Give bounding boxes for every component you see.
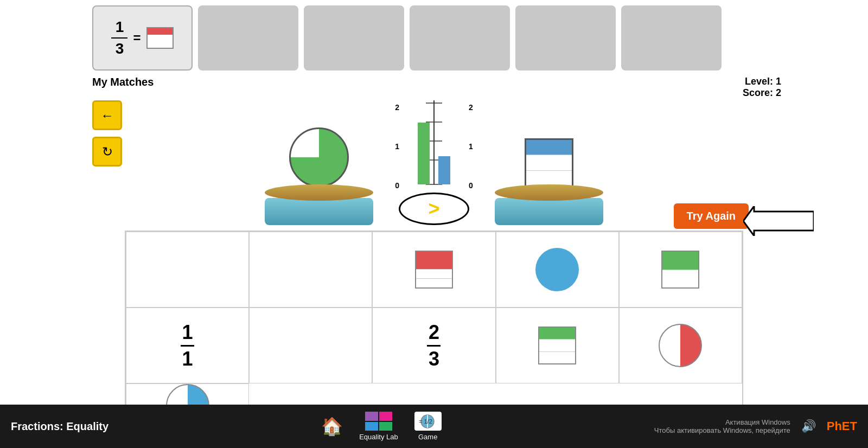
left-axis-1: 1 bbox=[395, 142, 399, 151]
game-nav[interactable]: = 1/2 Game bbox=[414, 412, 442, 441]
windows-notice: Активация Windows Чтобы активировать Win… bbox=[654, 418, 790, 434]
eq-cell-pink bbox=[379, 412, 392, 421]
table-cell-green-rect-thirds[interactable] bbox=[496, 308, 619, 383]
left-axis: 2 1 0 bbox=[395, 103, 401, 190]
white-part bbox=[416, 269, 452, 278]
green-fraction-rect bbox=[661, 251, 699, 289]
fraction-line bbox=[111, 37, 127, 39]
eq-cell-green bbox=[379, 422, 392, 431]
volume-icon[interactable]: 🔊 bbox=[801, 419, 816, 433]
right-axis-1: 1 bbox=[469, 142, 473, 151]
match-card-6[interactable] bbox=[621, 5, 722, 71]
home-button[interactable]: 🏠 bbox=[321, 416, 343, 437]
fraction-1-3: 1 3 bbox=[111, 18, 127, 57]
left-fraction-item[interactable] bbox=[289, 127, 349, 187]
fraction-2-3-display: 2 3 bbox=[427, 321, 441, 370]
right-fraction-item[interactable] bbox=[525, 138, 573, 187]
fraction-icon-red bbox=[146, 27, 174, 49]
frac-2-3-num: 2 bbox=[429, 321, 439, 344]
fraction-1-1-display: 1 1 bbox=[181, 321, 194, 370]
fraction-top-red bbox=[148, 28, 173, 35]
svg-marker-8 bbox=[743, 206, 814, 236]
left-scale-base bbox=[265, 198, 373, 225]
table-cell-red-circle-half[interactable] bbox=[619, 308, 742, 383]
table-cell-blue-circle[interactable] bbox=[496, 232, 619, 308]
red-part bbox=[416, 252, 452, 269]
table-cell-frac-2-3[interactable]: 2 3 bbox=[372, 308, 495, 383]
table-cell-frac-1-1[interactable]: 1 1 bbox=[126, 308, 249, 383]
eq-lab-label: Equality Lab bbox=[359, 433, 398, 441]
try-again-button[interactable]: Try Again bbox=[674, 203, 749, 229]
green-thirds-rect bbox=[538, 327, 576, 364]
phet-text: PhET bbox=[827, 419, 857, 433]
app-title: Fractions: Equality bbox=[11, 420, 108, 433]
eq-cell-blue bbox=[365, 422, 378, 431]
comparison-oval: > bbox=[399, 193, 469, 225]
svg-rect-7 bbox=[438, 156, 450, 184]
white-part2 bbox=[416, 278, 452, 287]
match-card-2[interactable] bbox=[198, 5, 298, 71]
bar-chart-svg bbox=[401, 100, 467, 190]
bottom-center-nav: 🏠 Equality Lab = 1/2 Game bbox=[321, 412, 442, 441]
eq-lab-icon bbox=[365, 412, 392, 431]
frac-2-3-den: 3 bbox=[429, 348, 439, 370]
right-axis: 2 1 0 bbox=[467, 103, 473, 190]
top-cards-row: 1 3 = bbox=[0, 0, 868, 73]
bar-chart-container: 2 1 0 2 1 bbox=[395, 100, 473, 190]
white-part-green bbox=[662, 270, 698, 288]
red-fraction-rect bbox=[415, 251, 453, 289]
bottom-bar: Fractions: Equality 🏠 Equality Lab = 1/2… bbox=[0, 405, 868, 448]
red-half-circle bbox=[659, 324, 702, 367]
fraction-bottom-white bbox=[148, 35, 173, 48]
match-card-1[interactable]: 1 3 = bbox=[92, 5, 193, 71]
frac-1-1-den: 1 bbox=[182, 348, 193, 370]
left-scale-tray bbox=[265, 184, 373, 201]
frac-1-1-num: 1 bbox=[182, 321, 193, 344]
white-third-bot bbox=[539, 351, 575, 363]
game-icon: = 1/2 bbox=[414, 412, 442, 431]
rect-white-bot bbox=[526, 170, 572, 185]
greater-than-symbol: > bbox=[428, 197, 439, 220]
pie-chart-3-4 bbox=[289, 127, 349, 187]
try-again-arrow bbox=[743, 206, 814, 241]
svg-rect-6 bbox=[418, 123, 430, 184]
frac-2-3-line bbox=[427, 345, 441, 347]
rect-fraction-1-3 bbox=[525, 138, 573, 187]
right-scale bbox=[495, 138, 603, 225]
equality-lab-nav[interactable]: Equality Lab bbox=[359, 412, 398, 441]
table-cell-r2c1 bbox=[249, 308, 372, 383]
fraction-table: 1 1 2 3 bbox=[125, 231, 743, 429]
equals-sign: = bbox=[133, 30, 141, 46]
table-cell-r1c2 bbox=[249, 232, 372, 308]
green-third-top bbox=[539, 328, 575, 339]
match-card-4[interactable] bbox=[410, 5, 510, 71]
phet-logo: PhET bbox=[827, 419, 857, 433]
rect-white-mid bbox=[526, 155, 572, 170]
eq-cell-purple bbox=[365, 412, 378, 421]
right-scale-base bbox=[495, 198, 603, 225]
table-cell-r1c1 bbox=[126, 232, 249, 308]
right-axis-2: 2 bbox=[469, 103, 473, 112]
right-scale-tray bbox=[495, 184, 603, 201]
windows-line2: Чтобы активировать Windows, перейдите bbox=[654, 426, 790, 434]
match-card-5[interactable] bbox=[515, 5, 616, 71]
match-card-3[interactable] bbox=[304, 5, 404, 71]
svg-text:= 1/2: = 1/2 bbox=[419, 418, 432, 425]
table-cell-red-rect[interactable] bbox=[372, 232, 495, 308]
blue-circle-full bbox=[535, 248, 579, 291]
left-scale bbox=[265, 127, 373, 225]
right-axis-0: 0 bbox=[469, 181, 473, 190]
left-axis-0: 0 bbox=[395, 181, 399, 190]
frac-1-1-line bbox=[181, 345, 194, 347]
game-label: Game bbox=[418, 433, 437, 441]
table-cell-green-rect[interactable] bbox=[619, 232, 742, 308]
rect-blue-top bbox=[526, 140, 572, 155]
windows-line1: Активация Windows bbox=[654, 418, 790, 426]
white-third-mid bbox=[539, 339, 575, 351]
left-axis-2: 2 bbox=[395, 103, 399, 112]
bottom-right: Активация Windows Чтобы активировать Win… bbox=[654, 418, 857, 434]
green-part bbox=[662, 252, 698, 270]
comparison-center: 2 1 0 2 1 bbox=[395, 100, 473, 225]
